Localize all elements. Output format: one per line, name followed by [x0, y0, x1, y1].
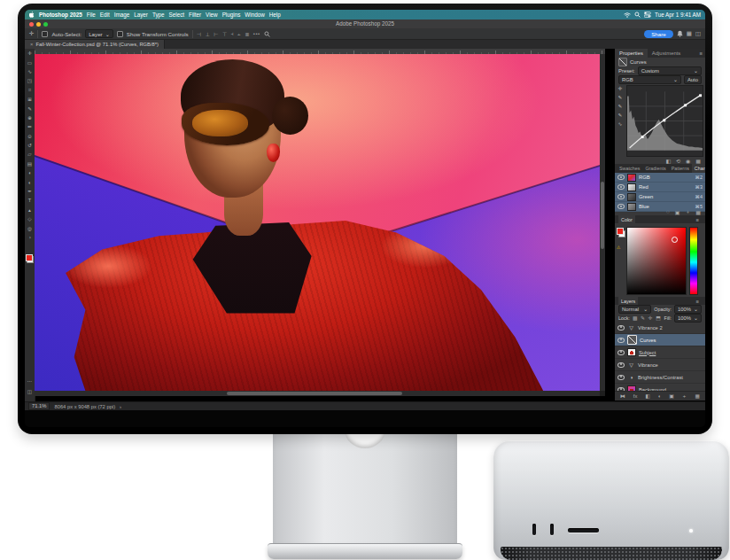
- clip-to-layer-icon[interactable]: ◧: [665, 158, 671, 164]
- screen-mode-icon[interactable]: ◫: [25, 387, 35, 396]
- path-select-tool-icon[interactable]: ▴: [25, 206, 35, 214]
- eye-icon[interactable]: [617, 175, 625, 180]
- spotlight-search-icon[interactable]: [634, 12, 641, 18]
- load-selection-icon[interactable]: ◌: [666, 209, 670, 214]
- tab-gradients[interactable]: Gradients: [642, 164, 668, 173]
- marquee-tool-icon[interactable]: ▭: [25, 58, 35, 66]
- scrollbar-thumb[interactable]: [601, 182, 604, 249]
- menu-item-help[interactable]: Help: [269, 12, 281, 18]
- layer-effects-icon[interactable]: fx: [633, 393, 638, 399]
- gray-point-eyedropper-icon[interactable]: ✎: [618, 104, 623, 109]
- channel-dropdown[interactable]: RGB⌄: [618, 75, 681, 84]
- menu-item-plugins[interactable]: Plugins: [222, 12, 241, 18]
- tab-patterns[interactable]: Patterns: [669, 164, 692, 173]
- layer-row-vibrance[interactable]: ▽ Vibrance: [615, 359, 705, 371]
- show-transform-checkbox[interactable]: [117, 31, 123, 37]
- options-search-icon[interactable]: [264, 31, 270, 37]
- share-button[interactable]: Share: [644, 30, 673, 38]
- delete-layer-icon[interactable]: ▦: [695, 393, 700, 399]
- save-selection-icon[interactable]: ▣: [675, 209, 680, 215]
- color-panel-swatches[interactable]: [617, 228, 625, 237]
- document-tab[interactable]: × Fall-Winter-Collection.psd @ 71.1% (Cu…: [25, 40, 165, 49]
- layer-row-subject[interactable]: Subject: [615, 346, 705, 359]
- link-layers-icon[interactable]: ⧓: [620, 393, 625, 399]
- distribute-v-icon[interactable]: ⫠: [237, 31, 241, 37]
- eye-icon[interactable]: [617, 375, 625, 380]
- channel-row-green[interactable]: Green ⌘4: [615, 192, 705, 202]
- auto-button[interactable]: Auto: [684, 75, 702, 84]
- delete-adjustment-icon[interactable]: ▦: [695, 158, 701, 164]
- menu-item-select[interactable]: Select: [169, 12, 185, 18]
- menu-item-layer[interactable]: Layer: [134, 12, 148, 18]
- pen-tool-icon[interactable]: ✒: [25, 187, 35, 196]
- white-point-eyedropper-icon[interactable]: ✎: [618, 113, 623, 118]
- clone-stamp-tool-icon[interactable]: ⊙: [25, 132, 35, 141]
- zoom-tool-icon[interactable]: ◔: [25, 233, 35, 242]
- eraser-tool-icon[interactable]: ▱: [25, 150, 35, 159]
- object-selection-tool-icon[interactable]: ◳: [25, 76, 35, 85]
- new-adjustment-layer-icon[interactable]: ◐: [658, 393, 662, 399]
- menu-item-view[interactable]: View: [206, 12, 218, 18]
- blend-mode-dropdown[interactable]: Normal⌄: [618, 305, 651, 314]
- channel-row-red[interactable]: Red ⌘3: [615, 183, 705, 192]
- eye-icon[interactable]: [617, 325, 625, 331]
- panel-menu-icon[interactable]: ≡: [696, 297, 702, 306]
- layer-row-vibrance-2[interactable]: ▽ Vibrance 2: [615, 322, 705, 334]
- new-layer-icon[interactable]: ＋: [682, 393, 687, 401]
- eye-icon[interactable]: [617, 350, 625, 355]
- color-picker-marker[interactable]: [672, 237, 678, 243]
- workspace-grid-icon[interactable]: ▦: [687, 30, 692, 37]
- close-document-icon[interactable]: ×: [30, 42, 33, 47]
- notifications-bell-icon[interactable]: [677, 30, 683, 37]
- fill-dropdown[interactable]: 100%⌄: [674, 314, 702, 323]
- hand-tool-icon[interactable]: ◎: [25, 223, 35, 232]
- brush-tool-icon[interactable]: ✏: [25, 122, 35, 131]
- apple-menu-icon[interactable]: [29, 12, 35, 18]
- canvas-horizontal-scrollbar[interactable]: [35, 391, 600, 396]
- wifi-icon[interactable]: [624, 12, 631, 18]
- more-options-icon[interactable]: •••: [253, 31, 260, 36]
- eye-icon[interactable]: [617, 184, 625, 190]
- align-right-icon[interactable]: ⊢: [214, 31, 219, 37]
- tab-adjustments[interactable]: Adjustments: [648, 49, 685, 58]
- lock-transparency-icon[interactable]: ▩: [633, 315, 638, 321]
- eyedropper-tool-icon[interactable]: ✎: [25, 104, 35, 113]
- reset-adjustment-icon[interactable]: ⟲: [676, 158, 680, 164]
- menu-item-edit[interactable]: Edit: [100, 12, 110, 18]
- tab-color[interactable]: Color: [618, 215, 635, 224]
- preset-dropdown[interactable]: Custom⌄: [638, 66, 702, 75]
- smooth-curve-icon[interactable]: ∿: [618, 121, 623, 127]
- menu-item-filter[interactable]: Filter: [189, 12, 201, 18]
- status-chevron-icon[interactable]: ›: [120, 404, 121, 409]
- panel-menu-icon[interactable]: ≡: [696, 215, 702, 224]
- foreground-color-swatch[interactable]: [26, 254, 33, 261]
- black-point-eyedropper-icon[interactable]: ✎: [618, 95, 623, 100]
- shape-tool-icon[interactable]: ◇: [25, 214, 35, 223]
- control-center-icon[interactable]: [644, 12, 651, 18]
- dodge-tool-icon[interactable]: ◐: [25, 177, 35, 186]
- menu-app-name[interactable]: Photoshop 2025: [39, 12, 82, 18]
- menu-item-file[interactable]: File: [87, 12, 96, 18]
- document-canvas[interactable]: [35, 54, 600, 391]
- distribute-h-icon[interactable]: ⫞: [231, 31, 235, 37]
- canvas-vertical-scrollbar[interactable]: [600, 54, 605, 391]
- tab-channels[interactable]: Channels: [692, 164, 705, 173]
- channel-row-rgb[interactable]: RGB ⌘2: [615, 173, 705, 183]
- toggle-visibility-icon[interactable]: ◉: [686, 158, 690, 164]
- new-group-icon[interactable]: ▣: [669, 393, 673, 399]
- eye-icon[interactable]: [617, 338, 625, 343]
- eye-icon[interactable]: [617, 194, 625, 199]
- align-top-icon[interactable]: ⊤: [222, 31, 228, 37]
- auto-select-checkbox[interactable]: [42, 31, 48, 37]
- curves-graph[interactable]: [626, 85, 703, 157]
- lock-pixels-icon[interactable]: ✎: [641, 315, 646, 321]
- opacity-dropdown[interactable]: 100%⌄: [674, 305, 702, 314]
- edit-toolbar-icon[interactable]: ⋯: [25, 377, 35, 385]
- blur-tool-icon[interactable]: ◖: [25, 168, 35, 177]
- targeted-adjust-icon[interactable]: ✛: [618, 86, 623, 91]
- panel-menu-icon[interactable]: ≡: [700, 49, 705, 58]
- eye-icon[interactable]: [617, 362, 625, 368]
- hue-slider[interactable]: [689, 227, 698, 295]
- zoom-level-field[interactable]: 71.1%: [28, 402, 50, 410]
- frame-tool-icon[interactable]: ⊞: [25, 95, 35, 104]
